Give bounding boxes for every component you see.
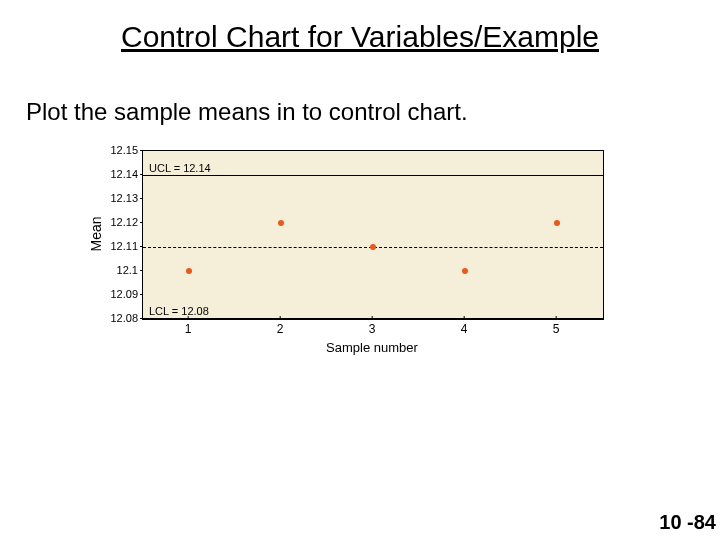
slide: Control Chart for Variables/Example Plot… (0, 0, 720, 540)
y-tick: 12.14 (106, 168, 138, 180)
y-tick: 12.15 (106, 144, 138, 156)
y-axis-label-text: Mean (88, 216, 104, 251)
x-tick: 2 (277, 322, 284, 336)
data-point (186, 268, 192, 274)
plot-area: UCL = 12.14 LCL = 12.08 (142, 150, 604, 320)
y-tick: 12.08 (106, 312, 138, 324)
y-tick: 12.1 (106, 264, 138, 276)
x-tick: 3 (369, 322, 376, 336)
y-tick: 12.12 (106, 216, 138, 228)
y-axis-label: Mean (88, 150, 104, 318)
data-point (278, 220, 284, 226)
ucl-label: UCL = 12.14 (149, 162, 211, 174)
slide-title: Control Chart for Variables/Example (0, 20, 720, 54)
x-axis-label: Sample number (142, 340, 602, 355)
page-number: 10 -84 (659, 511, 716, 534)
data-point (554, 220, 560, 226)
x-tick: 1 (185, 322, 192, 336)
data-point (370, 244, 376, 250)
lcl-label: LCL = 12.08 (149, 305, 209, 317)
x-tick: 4 (461, 322, 468, 336)
lcl-line: LCL = 12.08 (143, 318, 603, 319)
control-chart: Mean 12.08 12.09 12.1 12.11 12.12 12.13 … (82, 140, 622, 360)
ucl-line: UCL = 12.14 (143, 175, 603, 176)
y-tick: 12.09 (106, 288, 138, 300)
y-tick: 12.11 (106, 240, 138, 252)
slide-subtitle: Plot the sample means in to control char… (26, 98, 468, 126)
data-point (462, 268, 468, 274)
x-tick: 5 (553, 322, 560, 336)
y-tick: 12.13 (106, 192, 138, 204)
